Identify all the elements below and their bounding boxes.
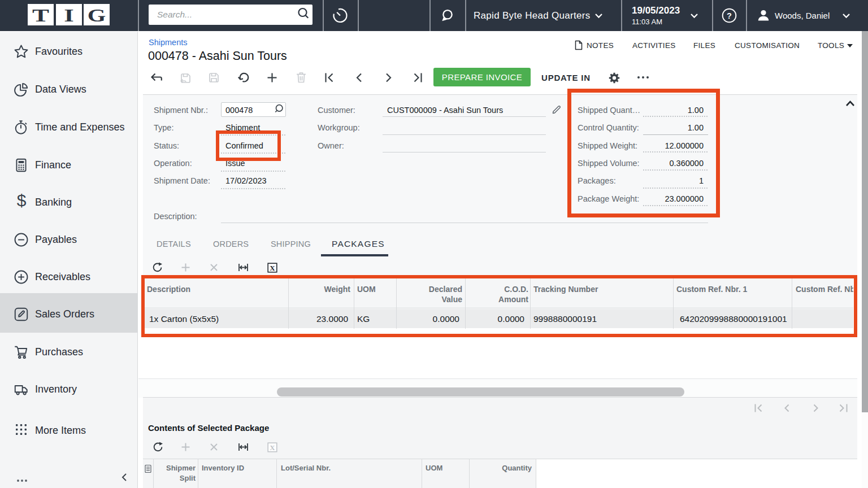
svg-text:X: X <box>270 264 275 272</box>
svg-text:X: X <box>270 443 275 452</box>
svg-text:?: ? <box>727 11 732 20</box>
